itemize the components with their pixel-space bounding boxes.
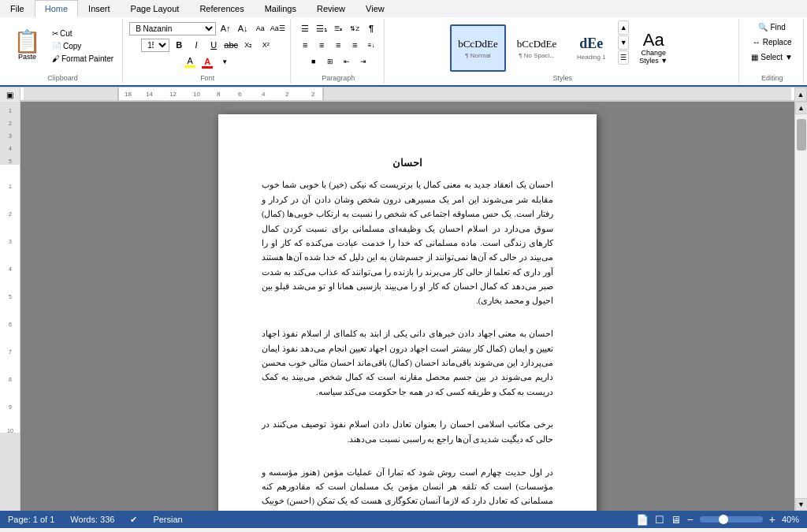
justify-button[interactable]: ≡ [347,37,363,53]
styles-scroll-up-button[interactable]: ▲ [618,20,629,35]
ruler-area: ▣ 18 14 12 10 8 6 4 2 2 ▲ [0,87,807,102]
style-normal-preview: bCcDdEe [458,38,498,50]
font-name-select[interactable]: B Nazanin [129,22,216,35]
zoom-percentage[interactable]: 40% [782,515,799,524]
style-heading1[interactable]: dEe Heading 1 [567,24,615,72]
grow-font-button[interactable]: A↑ [218,20,233,36]
zoom-out-button[interactable]: − [687,513,694,526]
svg-text:4: 4 [9,266,12,272]
replace-button[interactable]: ↔ Replace [747,35,798,49]
style-no-spacing[interactable]: bCcDdEe ¶ No Spaci... [509,24,565,72]
horizontal-ruler[interactable]: 18 14 12 10 8 6 4 2 2 [20,87,794,101]
select-button[interactable]: ▦ Select ▼ [746,50,798,64]
copy-label: Copy [63,42,81,50]
svg-text:2: 2 [311,91,315,98]
zoom-in-button[interactable]: + [769,513,775,526]
svg-text:4: 4 [9,146,12,151]
styles-more-button[interactable]: ☰ [618,50,629,65]
view-fullscreen-icon[interactable]: ☐ [655,514,664,526]
subscript-button[interactable]: X₂ [240,37,256,53]
font-color-button[interactable]: A [199,54,215,69]
ribbon: File Home Insert Page Layout References … [0,0,807,87]
paste-button[interactable]: 📋 Paste [8,28,46,63]
sort-button[interactable]: ⇅Z [347,20,363,36]
svg-text:2: 2 [285,91,289,98]
find-button[interactable]: 🔍 Find [753,20,790,34]
cut-icon: ✂ [52,29,58,38]
tab-file[interactable]: File [0,0,35,17]
ribbon-content: 📋 Paste ✂ Cut 📄 Copy 🖌 Format Painter [0,17,807,87]
show-hide-button[interactable]: ¶ [363,20,379,36]
style-heading1-label: Heading 1 [577,54,605,61]
style-heading1-preview: dEe [579,35,603,52]
font-size-select[interactable]: 15 [141,39,169,52]
change-styles-button[interactable]: Aa ChangeStyles ▼ [632,28,675,69]
document-scroll-area[interactable]: احسان احسان یک انعقاد جدید به معنی کمال … [20,102,794,511]
shading-button[interactable]: ■ [306,54,322,69]
view-web-icon[interactable]: 🖥 [671,514,681,526]
indent-decrease-button[interactable]: ⇤ [339,54,355,69]
editing-group: 🔍 Find ↔ Replace ▦ Select ▼ Editing [741,19,804,84]
zoom-slider[interactable] [700,516,763,523]
scroll-down-button[interactable]: ▼ [795,498,808,511]
paste-label: Paste [18,53,36,61]
line-spacing-button[interactable]: ≡↓ [363,37,379,53]
scroll-up-button[interactable]: ▲ [795,102,808,114]
tab-references[interactable]: References [189,0,254,17]
font-color-dropdown[interactable]: ▼ [217,54,232,69]
replace-icon: ↔ [753,38,761,47]
tab-page-layout[interactable]: Page Layout [121,0,190,17]
styles-group: bCcDdEe ¶ Normal bCcDdEe ¶ No Spaci... d… [386,19,739,84]
scroll-thumb[interactable] [797,119,806,151]
bullets-button[interactable]: ☰ [297,20,313,36]
select-dropdown-icon: ▼ [785,53,793,61]
shrink-font-button[interactable]: A↓ [235,20,251,36]
change-case-button[interactable]: Aa☰ [270,20,285,36]
tab-mailings[interactable]: Mailings [255,0,307,17]
cut-button[interactable]: ✂ Cut [48,28,117,39]
text-highlight-button[interactable]: A [182,54,198,69]
clear-format-button[interactable]: Aa [252,20,268,36]
language[interactable]: Persian [153,515,182,524]
ruler-scroll-right[interactable]: ▲ [794,87,807,102]
style-normal[interactable]: bCcDdEe ¶ Normal [450,24,506,72]
svg-text:3: 3 [9,133,12,139]
multilevel-list-button[interactable]: ☰₃ [330,20,346,36]
bold-button[interactable]: B [171,37,187,53]
ruler-svg: 18 14 12 10 8 6 4 2 2 [24,87,791,101]
numbering-button[interactable]: ☰₁ [314,20,329,36]
svg-text:2: 2 [9,121,12,126]
ruler-corner[interactable]: ▣ [0,87,20,102]
align-center-button[interactable]: ≡ [314,37,329,53]
replace-label: Replace [763,38,792,47]
format-painter-button[interactable]: 🖌 Format Painter [48,53,117,65]
align-left-button[interactable]: ≡ [297,37,313,53]
font-group-label: Font [125,74,290,82]
strikethrough-button[interactable]: abc [223,37,239,53]
format-painter-label: Format Painter [61,54,113,63]
underline-button[interactable]: U [206,37,221,53]
svg-text:12: 12 [169,91,177,98]
indent-increase-button[interactable]: ⇥ [355,54,371,69]
borders-button[interactable]: ⊞ [322,54,338,69]
paragraph-3: برخی مکاتب اسلامی احسان را بعنوان تعادل … [262,418,553,447]
spell-check-icon[interactable]: ✔ [130,515,137,525]
tab-home[interactable]: Home [35,0,78,17]
svg-text:18: 18 [125,91,132,98]
tab-view[interactable]: View [355,0,395,17]
page-content[interactable]: احسان احسان یک انعقاد جدید به معنی کمال … [262,154,553,511]
tab-review[interactable]: Review [307,0,355,17]
superscript-button[interactable]: X² [258,37,273,53]
align-right-button[interactable]: ≡ [330,37,346,53]
scroll-track[interactable] [795,114,807,498]
zoom-thumb[interactable] [719,515,728,524]
italic-button[interactable]: I [188,37,204,53]
copy-button[interactable]: 📄 Copy [48,40,117,52]
view-print-icon[interactable]: 📄 [636,514,649,526]
styles-scroll-down-button[interactable]: ▼ [618,35,629,50]
tab-insert[interactable]: Insert [78,0,121,17]
font-group: B Nazanin A↑ A↓ Aa Aa☰ 15 B I U abc X₂ [125,19,291,84]
find-label: Find [770,23,785,32]
svg-text:5: 5 [9,294,12,299]
svg-text:1: 1 [9,184,12,189]
